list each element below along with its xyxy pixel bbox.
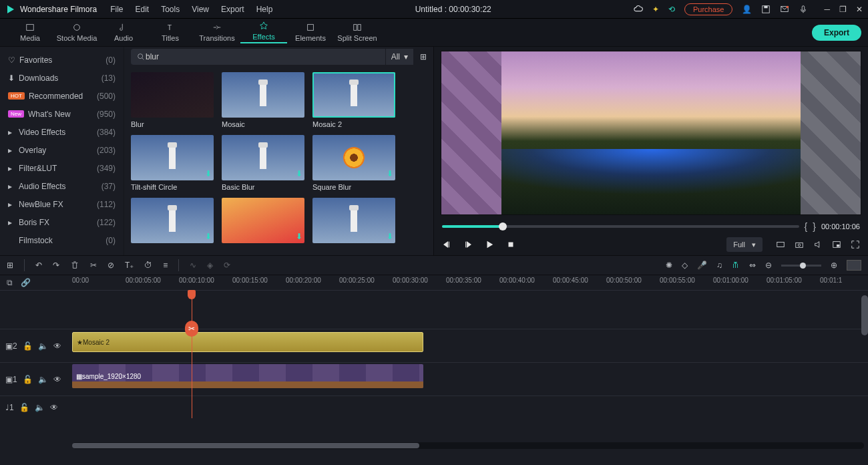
quality-icon[interactable] bbox=[776, 240, 785, 250]
play-icon[interactable] bbox=[485, 240, 494, 250]
sidebar-item[interactable]: ♡Favorites(0) bbox=[0, 51, 124, 69]
effect-thumb[interactable]: ⬇ bbox=[312, 135, 395, 180]
render-icon[interactable]: ⟳ bbox=[224, 261, 230, 270]
tab-elements[interactable]: Elements bbox=[287, 23, 334, 42]
download-icon[interactable]: ⬇ bbox=[205, 232, 212, 241]
avatar-icon[interactable]: 👤 bbox=[742, 5, 752, 14]
zoom-in-icon[interactable]: ⊕ bbox=[831, 261, 837, 270]
download-icon[interactable]: ⬇ bbox=[387, 169, 393, 178]
sidebar-item[interactable]: ▸Overlay(203) bbox=[0, 141, 124, 159]
track-manager-icon[interactable]: ⧉ bbox=[7, 278, 13, 287]
speed-icon[interactable]: ⏱ bbox=[144, 261, 152, 270]
search-box[interactable] bbox=[131, 49, 385, 65]
effect-card[interactable]: ⬇Basic Blur bbox=[222, 135, 304, 191]
close-icon[interactable]: ✕ bbox=[856, 5, 863, 14]
fullscreen-icon[interactable] bbox=[851, 240, 860, 250]
layout-icon[interactable]: ⊞ bbox=[7, 261, 13, 270]
text-icon[interactable]: T₊ bbox=[125, 261, 134, 270]
next-frame-icon[interactable] bbox=[463, 240, 473, 250]
effect-thumb[interactable]: ⬇ bbox=[312, 198, 395, 243]
tab-split-screen[interactable]: Split Screen bbox=[334, 23, 381, 42]
lock-icon[interactable]: 🔓 bbox=[19, 403, 29, 412]
seek-knob[interactable] bbox=[499, 222, 507, 230]
adjust-icon[interactable]: ≡ bbox=[163, 261, 168, 270]
sidebar-item[interactable]: HOTRecommended(500) bbox=[0, 87, 124, 105]
download-icon[interactable]: ⬇ bbox=[205, 169, 212, 178]
delete-icon[interactable] bbox=[70, 261, 79, 271]
maximize-icon[interactable]: ❐ bbox=[839, 5, 847, 14]
sidebar-item[interactable]: ▸NewBlue FX(112) bbox=[0, 195, 124, 213]
visibility-icon[interactable]: 👁 bbox=[53, 375, 61, 384]
view-mode-dropdown[interactable]: Full▾ bbox=[726, 237, 763, 252]
effect-card[interactable]: Mosaic 2 bbox=[312, 72, 395, 128]
track-head[interactable]: ♩1🔓🔈👁 bbox=[0, 396, 72, 418]
tab-stock-media[interactable]: Stock Media bbox=[53, 23, 100, 42]
sidebar-item[interactable]: ▸Audio Effects(37) bbox=[0, 177, 124, 195]
marker-icon[interactable]: ◇ bbox=[682, 261, 688, 270]
mute-icon[interactable]: 🔈 bbox=[38, 341, 48, 351]
tab-effects[interactable]: Effects bbox=[240, 21, 287, 43]
tab-titles[interactable]: TTitles bbox=[147, 23, 194, 42]
menu-help[interactable]: Help bbox=[256, 5, 273, 14]
fit-icon[interactable]: ⇔ bbox=[749, 261, 756, 270]
effect-card[interactable]: ⬇Square Blur bbox=[312, 135, 395, 191]
crop-prohibit-icon[interactable]: ⊘ bbox=[107, 261, 114, 270]
mic-icon[interactable] bbox=[799, 4, 808, 14]
keyframe-icon[interactable]: ◈ bbox=[207, 261, 213, 270]
split-icon[interactable]: ✂ bbox=[90, 261, 97, 270]
save-icon[interactable] bbox=[761, 4, 771, 14]
sidebar-item[interactable]: ⬇Downloads(13) bbox=[0, 69, 124, 87]
download-icon[interactable]: ⬇ bbox=[296, 169, 302, 178]
scissors-icon[interactable]: ✂ bbox=[185, 321, 198, 337]
effect-card[interactable]: ⬇Tilt-shift Circle bbox=[131, 135, 214, 191]
sidebar-item[interactable]: ▸Boris FX(122) bbox=[0, 213, 124, 231]
menu-file[interactable]: File bbox=[110, 5, 123, 14]
zoom-out-icon[interactable]: ⊖ bbox=[765, 261, 772, 270]
visibility-icon[interactable]: 👁 bbox=[50, 403, 58, 412]
menu-tools[interactable]: Tools bbox=[161, 5, 180, 14]
sidebar-item[interactable]: NewWhat's New(950) bbox=[0, 105, 124, 123]
download-icon[interactable]: ⬇ bbox=[296, 232, 302, 241]
export-button[interactable]: Export bbox=[812, 25, 861, 41]
playhead[interactable]: ✂ bbox=[192, 290, 192, 418]
effect-thumb[interactable]: ⬇ bbox=[131, 198, 214, 243]
timeline-hscrollbar[interactable] bbox=[72, 442, 864, 449]
download-icon[interactable]: ⬇ bbox=[387, 232, 393, 241]
timeline-settings-icon[interactable] bbox=[847, 260, 861, 271]
pip-icon[interactable] bbox=[832, 240, 841, 250]
undo-icon[interactable]: ↶ bbox=[35, 261, 42, 270]
headset-icon[interactable]: ⟲ bbox=[668, 5, 675, 14]
tab-media[interactable]: Media bbox=[7, 23, 53, 42]
effect-thumb[interactable]: ⬇ bbox=[222, 198, 304, 243]
mark-in-icon[interactable]: { bbox=[805, 221, 808, 232]
effect-card[interactable]: ⬇ bbox=[131, 198, 214, 246]
cloud-icon[interactable] bbox=[634, 4, 643, 14]
seek-bar[interactable] bbox=[442, 225, 799, 228]
mute-icon[interactable]: 🔈 bbox=[35, 403, 45, 412]
visibility-icon[interactable]: 👁 bbox=[53, 341, 61, 351]
minimize-icon[interactable]: ─ bbox=[824, 5, 830, 14]
lock-icon[interactable]: 🔓 bbox=[23, 341, 33, 351]
effect-card[interactable]: ⬇ bbox=[312, 198, 395, 246]
time-ruler[interactable]: 00:0000:00:05:0000:00:10:0000:00:15:0000… bbox=[72, 275, 868, 290]
prev-frame-icon[interactable] bbox=[442, 240, 451, 250]
sidebar-item[interactable]: ▸Video Effects(384) bbox=[0, 123, 124, 141]
mark-out-icon[interactable]: } bbox=[813, 221, 816, 232]
record-mic-icon[interactable]: 🎤 bbox=[697, 261, 707, 270]
audio-adjust-icon[interactable]: ∿ bbox=[190, 261, 196, 270]
tab-transitions[interactable]: Transitions bbox=[194, 23, 240, 42]
effect-card[interactable]: Blur bbox=[131, 72, 214, 128]
track-head[interactable]: ▣2🔓🔈👁 bbox=[0, 329, 72, 362]
effect-card[interactable]: Mosaic bbox=[222, 72, 304, 128]
clip[interactable]: ★ Mosaic 2 bbox=[72, 332, 423, 352]
purchase-button[interactable]: Purchase bbox=[684, 3, 732, 15]
track-head[interactable]: ▣1🔓🔈👁 bbox=[0, 362, 72, 396]
timeline-vscrollbar[interactable] bbox=[861, 295, 868, 335]
music-icon[interactable]: ♫ bbox=[716, 261, 722, 270]
lock-icon[interactable]: 🔓 bbox=[23, 375, 33, 384]
snapshot-icon[interactable] bbox=[795, 240, 804, 250]
zoom-slider[interactable] bbox=[781, 265, 821, 267]
effect-card[interactable]: ⬇ bbox=[222, 198, 304, 246]
mute-icon[interactable]: 🔈 bbox=[38, 375, 48, 384]
redo-icon[interactable]: ↷ bbox=[53, 261, 59, 270]
